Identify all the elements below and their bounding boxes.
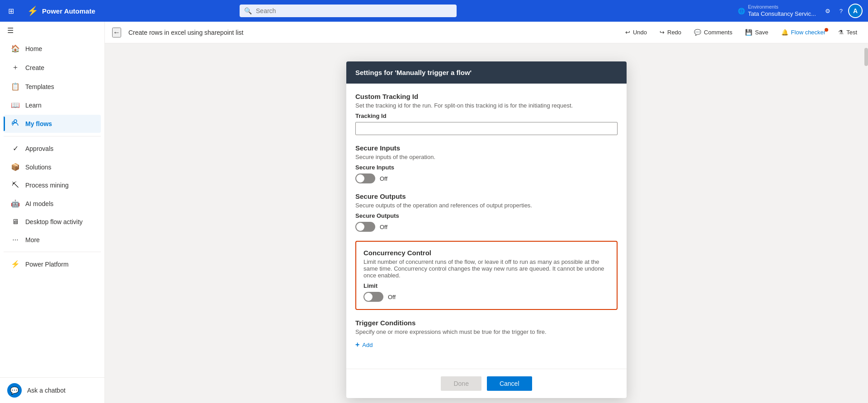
concurrency-toggle-label: Limit xyxy=(363,282,609,289)
tracking-id-label: Tracking Id xyxy=(355,112,618,119)
concurrency-toggle-row: Off xyxy=(363,292,609,302)
secure-outputs-section: Secure Outputs Secure outputs of the ope… xyxy=(355,192,618,232)
cancel-button[interactable]: Cancel xyxy=(487,376,532,391)
sidebar-item-process-mining[interactable]: ⛏ Process mining xyxy=(4,177,101,194)
avatar[interactable]: A xyxy=(848,4,863,18)
secure-inputs-toggle-row: Off xyxy=(355,173,618,183)
comments-button[interactable]: 💬 Comments xyxy=(690,27,736,37)
back-button[interactable]: ← xyxy=(112,28,121,37)
sidebar-collapse-button[interactable]: ☰ xyxy=(0,22,104,39)
dialog-title: Settings for 'Manually trigger a flow' xyxy=(355,69,472,76)
secure-inputs-toggle-label: Secure Inputs xyxy=(355,164,618,171)
toggle-knob-2 xyxy=(356,223,364,231)
secure-inputs-toggle[interactable] xyxy=(355,173,375,183)
test-label: Test xyxy=(846,29,857,36)
flow-checker-icon: 🔔 xyxy=(781,29,788,36)
undo-label: Undo xyxy=(633,29,647,36)
sidebar: ☰ 🏠 Home ＋ Create 📋 Templates 📖 Learn My… xyxy=(0,22,105,403)
dialog-header: Settings for 'Manually trigger a flow' xyxy=(346,61,627,84)
secure-inputs-title: Secure Inputs xyxy=(355,144,618,152)
learn-icon: 📖 xyxy=(11,101,20,109)
test-button[interactable]: ⚗ Test xyxy=(835,27,861,37)
main-content: ← Create rows in excel using sharepoint … xyxy=(105,22,868,403)
secure-outputs-toggle-text: Off xyxy=(380,224,387,230)
templates-icon: 📋 xyxy=(11,82,20,91)
plus-icon: + xyxy=(355,341,359,349)
my-flows-icon xyxy=(11,119,20,128)
test-icon: ⚗ xyxy=(838,29,844,36)
custom-tracking-section: Custom Tracking Id Set the tracking id f… xyxy=(355,93,618,135)
redo-button[interactable]: ↪ Redo xyxy=(656,27,685,37)
top-navigation: ⊞ ⚡ Power Automate 🔍 🌐 Environments Tata… xyxy=(0,0,868,22)
search-input[interactable] xyxy=(240,5,457,17)
save-button[interactable]: 💾 Save xyxy=(741,27,772,37)
scrollbar-thumb[interactable] xyxy=(864,48,868,66)
process-mining-icon: ⛏ xyxy=(11,181,20,189)
search-icon: 🔍 xyxy=(244,7,252,14)
sidebar-item-learn[interactable]: 📖 Learn xyxy=(4,96,101,114)
sidebar-label-power-platform: Power Platform xyxy=(25,261,69,268)
approvals-icon: ✓ xyxy=(11,144,20,153)
create-icon: ＋ xyxy=(11,63,20,72)
sidebar-label-solutions: Solutions xyxy=(25,164,52,171)
toolbar-actions: ↩ Undo ↪ Redo 💬 Comments 💾 Save 🔔 Flow c… xyxy=(622,27,861,37)
sidebar-label-more: More xyxy=(25,236,40,244)
svg-point-0 xyxy=(14,120,17,122)
sidebar-item-solutions[interactable]: 📦 Solutions xyxy=(4,158,101,176)
settings-button[interactable]: ⚙ xyxy=(821,6,834,16)
secure-outputs-desc: Secure outputs of the operation and refe… xyxy=(355,202,618,209)
sidebar-label-ai-models: AI models xyxy=(25,200,53,207)
sidebar-item-power-platform[interactable]: ⚡ Power Platform xyxy=(4,255,101,273)
sidebar-item-templates[interactable]: 📋 Templates xyxy=(4,78,101,95)
sidebar-item-my-flows[interactable]: My flows xyxy=(4,115,101,133)
sidebar-item-more[interactable]: ··· More xyxy=(4,231,101,248)
trigger-conditions-section: Trigger Conditions Specify one or more e… xyxy=(355,319,618,351)
sidebar-item-ai-models[interactable]: 🤖 AI models xyxy=(4,195,101,212)
sidebar-label-desktop-flow-activity: Desktop flow activity xyxy=(25,218,83,225)
trigger-conditions-title: Trigger Conditions xyxy=(355,319,618,327)
concurrency-toggle[interactable] xyxy=(363,292,383,302)
environment-selector[interactable]: 🌐 Environments Tata Consultancy Servic..… xyxy=(734,2,819,19)
power-platform-icon: ⚡ xyxy=(11,260,20,268)
add-condition-button[interactable]: + Add xyxy=(355,339,618,351)
sidebar-item-home[interactable]: 🏠 Home xyxy=(4,40,101,57)
redo-icon: ↪ xyxy=(660,29,665,36)
flow-title: Create rows in excel using sharepoint li… xyxy=(128,29,614,36)
done-button[interactable]: Done xyxy=(441,376,481,391)
sidebar-label-learn: Learn xyxy=(25,102,42,109)
flow-checker-button[interactable]: 🔔 Flow checker xyxy=(778,27,830,37)
tracking-id-input[interactable] xyxy=(355,122,618,135)
home-icon: 🏠 xyxy=(11,44,20,53)
chatbot-button[interactable]: 💬 Ask a chatbot xyxy=(0,378,104,403)
undo-button[interactable]: ↩ Undo xyxy=(622,27,651,37)
secure-inputs-section: Secure Inputs Secure inputs of the opera… xyxy=(355,144,618,183)
sidebar-label-home: Home xyxy=(25,45,42,52)
secure-inputs-desc: Secure inputs of the operation. xyxy=(355,154,618,160)
flow-checker-label: Flow checker xyxy=(791,29,826,36)
sidebar-label-templates: Templates xyxy=(25,83,54,90)
custom-tracking-title: Custom Tracking Id xyxy=(355,93,618,100)
save-label: Save xyxy=(755,29,769,36)
sidebar-label-my-flows: My flows xyxy=(25,120,52,127)
sidebar-item-create[interactable]: ＋ Create xyxy=(4,58,101,77)
sidebar-item-desktop-flow-activity[interactable]: 🖥 Desktop flow activity xyxy=(4,213,101,230)
waffle-menu[interactable]: ⊞ xyxy=(0,0,22,22)
sidebar-label-process-mining: Process mining xyxy=(25,182,69,189)
app-logo: ⚡ Power Automate xyxy=(22,5,101,16)
secure-outputs-toggle[interactable] xyxy=(355,222,375,232)
concurrency-title: Concurrency Control xyxy=(363,249,609,257)
add-label: Add xyxy=(362,342,373,348)
undo-icon: ↩ xyxy=(625,29,630,36)
flow-toolbar: ← Create rows in excel using sharepoint … xyxy=(105,22,868,43)
help-button[interactable]: ? xyxy=(836,6,846,16)
trigger-conditions-desc: Specify one or more expressions which mu… xyxy=(355,328,618,335)
ai-models-icon: 🤖 xyxy=(11,199,20,208)
comments-label: Comments xyxy=(704,29,732,36)
secure-outputs-toggle-row: Off xyxy=(355,222,618,232)
secure-outputs-toggle-label: Secure Outputs xyxy=(355,212,618,219)
toggle-knob-3 xyxy=(364,293,373,301)
sidebar-item-approvals[interactable]: ✓ Approvals xyxy=(4,140,101,157)
app-logo-icon: ⚡ xyxy=(27,5,38,16)
desktop-flow-icon: 🖥 xyxy=(11,218,20,226)
sidebar-divider-2 xyxy=(4,252,101,252)
